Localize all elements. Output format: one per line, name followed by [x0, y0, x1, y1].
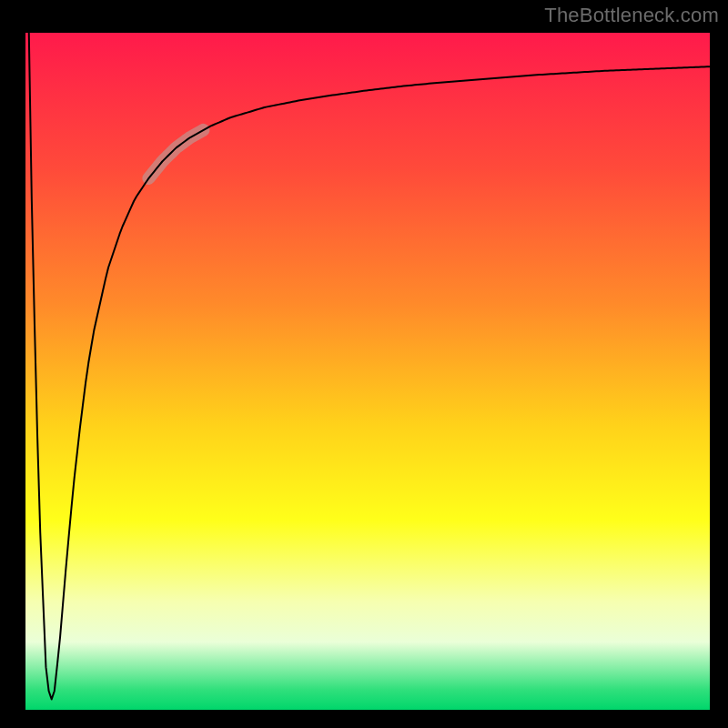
plot-background — [25, 33, 710, 710]
chart-svg — [0, 0, 728, 728]
plot-area — [20, 27, 715, 715]
chart-container: TheBottleneck.com — [0, 0, 728, 728]
